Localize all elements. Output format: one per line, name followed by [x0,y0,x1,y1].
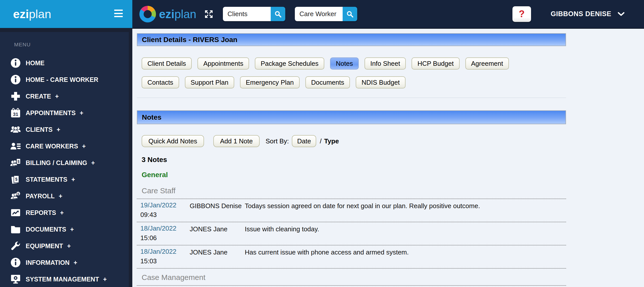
tab-hcp-budget[interactable]: HCP Budget [412,57,459,70]
tab-appointments[interactable]: Appointments [197,57,249,70]
page-title: Client Details - RIVERS Joan [142,36,237,44]
notes-section-title: Notes [142,113,162,121]
tab-ndis-budget[interactable]: NDIS Budget [356,76,406,88]
note-date-link[interactable]: 19/Jan/2022 [140,201,176,209]
sidebar-item-clients[interactable]: CLIENTS + [0,121,129,138]
topbar-logo-text: eziplan [159,7,196,21]
sidebar-item-statements[interactable]: $ STATEMENTS + [0,171,129,188]
notes-category-general: General [142,171,566,179]
note-row: 18/Jan/2022 15:03 JONES Jane Has current… [137,245,566,268]
sidebar-header: eziplan [0,0,132,28]
tab-documents[interactable]: Documents [305,76,350,88]
care-worker-search-input[interactable] [295,7,343,21]
sidebar-item-create[interactable]: CREATE + [0,88,129,105]
client-search-button[interactable] [271,7,285,21]
note-text: Has current issue with phone access and … [245,248,566,265]
quick-add-notes-button[interactable]: Quick Add Notes [142,135,204,147]
sidebar-logo-light: plan [29,7,51,21]
add-one-note-button[interactable]: Add 1 Note [213,135,260,147]
sort-by-type-link[interactable]: Type [324,137,339,145]
note-time: 15:06 [140,234,190,242]
sort-separator: / [320,137,321,145]
plus-icon [10,91,22,101]
sidebar-item-payroll[interactable]: $ PAYROLL + [0,188,129,204]
statement-icon: $ [10,174,22,184]
dotted-separator [137,268,566,269]
notes-subgroup-case-management: Case Management [142,273,566,282]
sidebar-logo[interactable]: eziplan [13,7,51,21]
users-icon [10,124,22,135]
svg-text:$: $ [17,160,19,164]
client-search-input[interactable] [223,7,271,21]
notes-actions-row: Quick Add Notes Add 1 Note Sort By: Date… [142,135,566,147]
info-circle-icon [10,75,22,85]
client-tabs-row-1: Client Details Appointments Package Sche… [142,57,566,70]
note-row: 19/Jan/2022 09:43 GIBBONS Denise Todays … [137,199,566,222]
topbar: eziplan ? GIBBONS DENISE [132,0,644,29]
note-text: Todays session agreed on date for next g… [245,201,566,219]
user-list-icon [10,141,22,151]
tab-agreement[interactable]: Agreement [465,57,509,70]
tab-support-plan[interactable]: Support Plan [185,76,234,88]
tab-contacts[interactable]: Contacts [142,76,179,88]
sidebar: eziplan MENU HOME HOME - CARE WORKER CR [0,0,132,287]
sidebar-item-home-care-worker[interactable]: HOME - CARE WORKER [0,71,129,88]
user-name: GIBBONS DENISE [551,10,611,18]
empty-note-row [137,286,566,287]
hamburger-menu-icon[interactable] [114,10,123,17]
svg-text:31: 31 [13,112,18,117]
info-circle-icon [10,58,22,68]
info-circle-icon [10,258,22,268]
sidebar-item-reports[interactable]: REPORTS + [0,204,129,221]
menu-section-label: MENU [14,42,129,48]
sidebar-item-system-management[interactable]: SYSTEM MANAGEMENT + [0,271,129,287]
folder-icon [10,224,22,234]
system-monitor-icon [10,274,22,284]
sidebar-item-documents[interactable]: DOCUMENTS + [0,221,129,238]
tab-package-schedules[interactable]: Package Schedules [255,57,324,70]
sidebar-item-care-workers[interactable]: CARE WORKERS + [0,138,129,154]
tab-notes[interactable]: Notes [330,57,359,70]
search-icon [346,10,354,18]
sidebar-logo-bold: ezi [13,7,29,21]
tab-emergency-plan[interactable]: Emergency Plan [240,76,300,88]
search-icon [274,10,282,18]
sidebar-item-home[interactable]: HOME [0,55,129,71]
user-menu[interactable]: GIBBONS DENISE [551,10,624,18]
note-time: 15:03 [140,257,190,265]
sidebar-menu: MENU HOME HOME - CARE WORKER CREATE + 3 [0,32,129,287]
fullscreen-expand-icon[interactable] [204,10,213,19]
note-date-link[interactable]: 18/Jan/2022 [140,225,176,232]
report-chart-icon [10,208,22,218]
payroll-icon: $ [10,191,22,201]
main-content: Client Details - RIVERS Joan Client Deta… [132,29,644,287]
sort-by-label: Sort By: [266,137,289,145]
chevron-down-icon [618,12,624,16]
svg-text:$: $ [15,177,18,181]
client-search-group [223,7,285,21]
billing-icon: $ [10,158,22,168]
topbar-logo[interactable]: eziplan [139,6,196,22]
section-divider [137,98,566,98]
care-worker-search-group [295,7,357,21]
wrench-icon [10,241,22,251]
note-author: JONES Jane [190,248,245,265]
sort-by-date-button[interactable]: Date [292,135,316,147]
care-worker-search-button[interactable] [343,7,357,21]
sidebar-item-billing-claiming[interactable]: $ BILLING / CLAIMING + [0,154,129,171]
sidebar-item-information[interactable]: INFORMATION + [0,254,129,271]
sidebar-item-appointments[interactable]: 31 APPOINTMENTS + [0,105,129,121]
help-button[interactable]: ? [512,6,531,22]
tab-info-sheet[interactable]: Info Sheet [365,57,406,70]
svg-text:$: $ [17,192,19,196]
note-author: JONES Jane [190,225,245,242]
tab-client-details[interactable]: Client Details [142,57,192,70]
note-time: 09:43 [140,211,190,219]
client-tabs-row-2: Contacts Support Plan Emergency Plan Doc… [142,76,566,88]
notes-subgroup-care-staff: Care Staff [142,186,566,195]
sidebar-item-equipment[interactable]: EQUIPMENT + [0,238,129,254]
note-date-link[interactable]: 18/Jan/2022 [140,248,176,256]
calendar-icon: 31 [10,108,22,118]
note-row: 18/Jan/2022 15:06 JONES Jane Issue with … [137,222,566,245]
notes-section-bar: Notes [137,110,566,124]
